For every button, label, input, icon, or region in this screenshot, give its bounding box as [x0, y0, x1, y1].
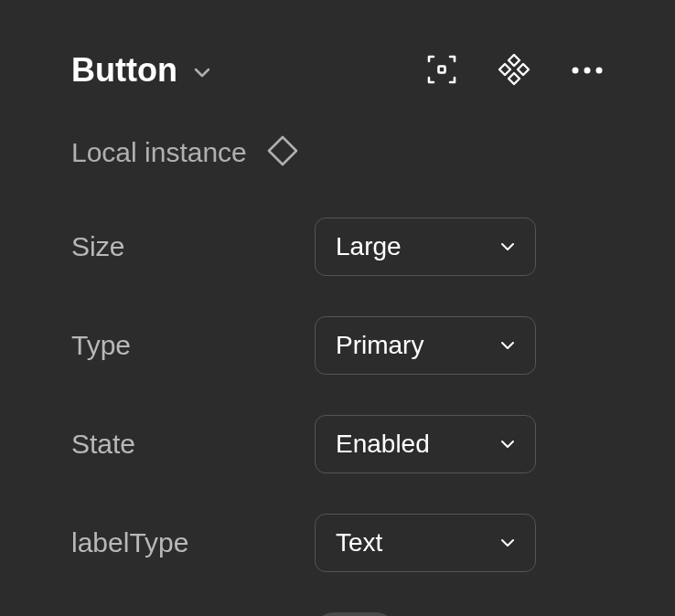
property-label-size: Size — [71, 231, 315, 262]
chevron-down-icon — [500, 337, 515, 354]
chevron-down-icon — [500, 239, 515, 255]
svg-point-2 — [584, 67, 591, 73]
property-label-labeltype: labelType — [71, 527, 315, 558]
instance-label: Local instance — [71, 137, 247, 168]
panel-header: Button — [71, 51, 604, 90]
chevron-down-icon — [500, 535, 515, 551]
component-title: Button — [71, 51, 177, 90]
property-labeltype: labelType Text — [71, 514, 604, 572]
property-onmaterial: on Material — [71, 612, 604, 616]
property-label-state: State — [71, 429, 315, 460]
toggle-onmaterial[interactable] — [315, 612, 395, 616]
svg-point-1 — [573, 67, 579, 73]
property-type: Type Primary — [71, 316, 604, 375]
more-horizontal-icon — [571, 64, 604, 78]
component-actions-button[interactable] — [498, 53, 530, 89]
dropdown-labeltype[interactable]: Text — [315, 514, 536, 572]
diamond-outline-icon — [265, 133, 300, 172]
more-options-button[interactable] — [571, 64, 604, 78]
property-label-type: Type — [71, 330, 315, 361]
svg-point-3 — [596, 67, 603, 73]
dropdown-size[interactable]: Large — [315, 218, 536, 276]
property-size: Size Large — [71, 218, 604, 276]
dropdown-value-size: Large — [336, 232, 402, 261]
svg-rect-0 — [439, 66, 445, 72]
header-actions — [426, 53, 604, 89]
chevron-down-icon — [194, 62, 210, 79]
properties-panel: Button — [0, 0, 675, 616]
dropdown-value-state: Enabled — [336, 430, 430, 459]
dropdown-value-type: Primary — [336, 331, 423, 360]
instance-info[interactable]: Local instance — [71, 133, 604, 172]
property-state: State Enabled — [71, 415, 604, 473]
variant-grid-icon — [426, 54, 457, 88]
dropdown-type[interactable]: Primary — [315, 316, 536, 375]
dropdown-value-labeltype: Text — [336, 528, 382, 558]
select-variant-button[interactable] — [426, 54, 457, 88]
diamond-quad-icon — [498, 53, 530, 89]
chevron-down-icon — [500, 436, 515, 452]
dropdown-state[interactable]: Enabled — [315, 415, 536, 473]
component-title-group[interactable]: Button — [71, 51, 210, 90]
